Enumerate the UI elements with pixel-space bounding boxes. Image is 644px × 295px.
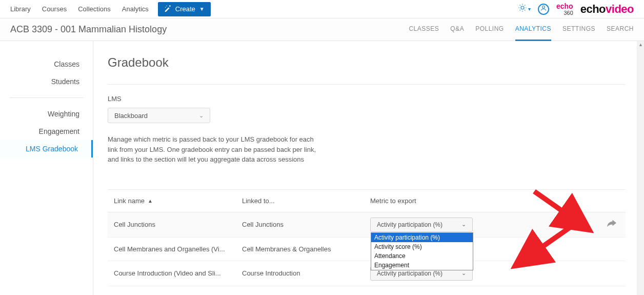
table-header: Link name ▲ Linked to... Metric to expor… (108, 189, 626, 212)
sub-header: ACB 3309 - 001 Mammalian Histology CLASS… (0, 18, 644, 41)
sidebar-item-students[interactable]: Students (0, 73, 93, 90)
table-row: Cell Junctions Cell Junctions Activity p… (108, 212, 626, 238)
create-button[interactable]: Create ▼ (158, 2, 211, 16)
sidebar-item-lms-gradebook[interactable]: LMS Gradebook (0, 140, 93, 158)
cell-link-name: Cell Membranes and Organelles (Vi... (114, 245, 242, 253)
dropdown-option[interactable]: Engagement (371, 261, 473, 270)
dropdown-option[interactable]: Activity score (%) (371, 242, 473, 251)
metric-value: Activity participation (%) (377, 270, 442, 277)
lms-value: Blackboard (114, 112, 148, 120)
settings-menu[interactable]: ▾ (518, 3, 531, 15)
metric-select[interactable]: Activity participation (%) ⌄ Activity pa… (370, 218, 473, 232)
sidebar: Classes Students Weighting Engagement LM… (0, 41, 93, 295)
wand-icon (164, 5, 171, 13)
sort-asc-icon: ▲ (148, 198, 153, 204)
metric-dropdown: Activity participation (%) Activity scor… (371, 232, 473, 270)
create-label: Create (175, 5, 195, 13)
caret-down-icon: ▾ (528, 6, 531, 12)
share-icon[interactable] (607, 220, 616, 230)
caret-down-icon: ▼ (199, 6, 205, 12)
lms-select[interactable]: Blackboard ⌄ (108, 108, 210, 123)
gradebook-table: Link name ▲ Linked to... Metric to expor… (108, 189, 626, 286)
echo360-small-logo: echo 360 (556, 3, 573, 16)
cell-linked-to: Course Introduction (242, 269, 370, 277)
section-tabs: CLASSES Q&A POLLING ANALYTICS SETTINGS S… (409, 18, 634, 41)
chevron-down-icon: ⌄ (461, 221, 466, 228)
gear-icon (518, 3, 527, 15)
table-row: Cell Membranes and Organelles (Vi... Cel… (108, 238, 626, 261)
echovideo-logo: echovideo (580, 3, 634, 16)
table-row: Course Introduction (Video and Sli... Co… (108, 261, 626, 286)
col-metric[interactable]: Metric to export (370, 197, 519, 205)
layout: Classes Students Weighting Engagement LM… (0, 41, 644, 295)
top-bar-right: ▾ echo 360 echovideo (518, 3, 634, 16)
col-linked-to[interactable]: Linked to... (242, 197, 370, 205)
tab-settings[interactable]: SETTINGS (562, 18, 595, 41)
sidebar-item-engagement[interactable]: Engagement (0, 123, 93, 140)
metric-value: Activity participation (%) (377, 221, 442, 228)
sidebar-divider (9, 97, 84, 98)
cell-link-name: Course Introduction (Video and Sli... (114, 269, 242, 277)
tab-qa[interactable]: Q&A (450, 18, 464, 41)
page-title: Gradebook (108, 55, 626, 70)
tab-polling[interactable]: POLLING (475, 18, 504, 41)
cell-link-name: Cell Junctions (114, 221, 242, 228)
col-link-name[interactable]: Link name ▲ (114, 197, 242, 205)
tab-analytics[interactable]: ANALYTICS (515, 18, 551, 41)
top-bar: Library Courses Collections Analytics Cr… (0, 0, 644, 18)
lms-label: LMS (108, 95, 626, 103)
chevron-down-icon: ⌄ (199, 112, 204, 119)
content: Gradebook LMS Blackboard ⌄ Manage which … (93, 41, 644, 295)
sidebar-item-weighting[interactable]: Weighting (0, 105, 93, 123)
tab-classes[interactable]: CLASSES (409, 18, 439, 41)
scroll-up-icon[interactable]: ▲ (637, 41, 644, 48)
divider (108, 84, 626, 85)
nav-analytics[interactable]: Analytics (122, 5, 149, 13)
sidebar-item-classes[interactable]: Classes (0, 55, 93, 73)
svg-point-0 (542, 6, 545, 8)
scrollbar[interactable]: ▲ (637, 41, 644, 295)
nav-library[interactable]: Library (10, 5, 31, 13)
dropdown-option[interactable]: Attendance (371, 251, 473, 261)
dropdown-option[interactable]: Activity participation (%) (371, 233, 473, 242)
chevron-down-icon: ⌄ (461, 270, 466, 277)
col-link-name-label: Link name (114, 197, 145, 205)
cell-linked-to: Cell Junctions (242, 221, 370, 228)
nav-collections[interactable]: Collections (78, 5, 111, 13)
tab-search[interactable]: SEARCH (607, 18, 634, 41)
user-icon (540, 5, 547, 13)
course-title: ACB 3309 - 001 Mammalian Histology (10, 24, 167, 35)
help-text: Manage which metric is passed back to yo… (108, 134, 323, 165)
cell-linked-to: Cell Membranes & Organelles (242, 245, 370, 253)
nav-courses[interactable]: Courses (42, 5, 67, 13)
top-nav: Library Courses Collections Analytics (10, 5, 149, 13)
user-avatar[interactable] (538, 4, 549, 15)
